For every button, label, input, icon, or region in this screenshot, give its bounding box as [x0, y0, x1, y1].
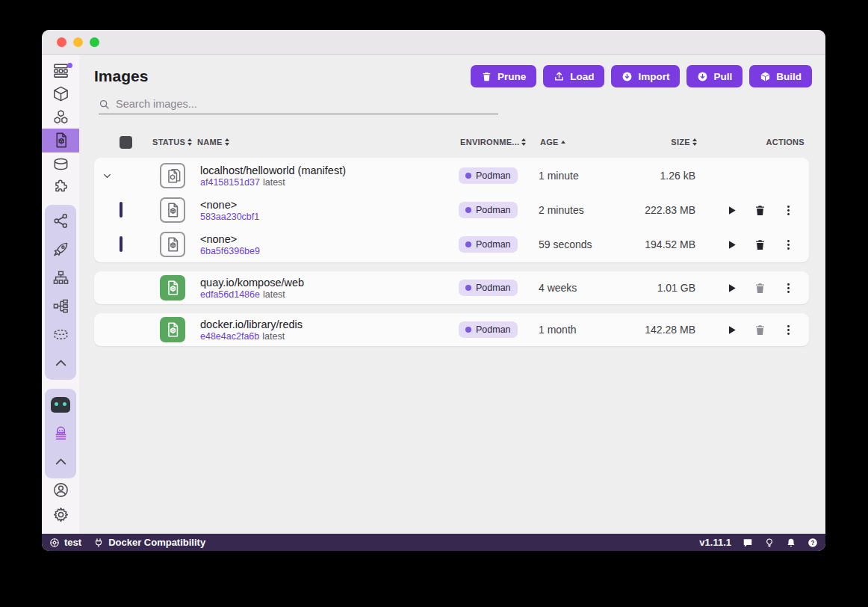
- table-row[interactable]: localhost/helloworld (manifest) af415815…: [94, 158, 809, 193]
- notifications-button[interactable]: [786, 537, 796, 548]
- image-age: 1 minute: [539, 170, 628, 182]
- delete-image-button-disabled[interactable]: [749, 319, 770, 340]
- sidebar-item-settings[interactable]: [42, 503, 79, 526]
- close-window-button[interactable]: [57, 37, 66, 47]
- tips-button[interactable]: [764, 537, 775, 548]
- image-id-link[interactable]: 6ba5f6396be9: [200, 246, 260, 256]
- prune-button[interactable]: Prune: [471, 65, 536, 87]
- image-id-link[interactable]: edfa56d1486e: [200, 289, 260, 300]
- sidebar-item-containers[interactable]: [42, 82, 79, 105]
- load-button-label: Load: [570, 71, 594, 82]
- run-image-button[interactable]: [721, 277, 742, 298]
- row-checkbox[interactable]: [120, 236, 123, 252]
- image-icon: [160, 197, 185, 223]
- environment-badge: Podman: [459, 280, 518, 296]
- sidebar-item-dashed-volume[interactable]: [45, 321, 76, 349]
- load-button[interactable]: Load: [543, 65, 604, 87]
- image-tag: latest: [263, 289, 285, 300]
- kube-context-indicator[interactable]: test: [49, 537, 81, 548]
- sidebar-item-rocket[interactable]: [45, 235, 76, 264]
- sidebar-group-2-collapse[interactable]: [45, 448, 76, 476]
- run-image-button[interactable]: [721, 234, 742, 255]
- sidebar-item-volumes[interactable]: [42, 152, 79, 176]
- run-image-button[interactable]: [721, 200, 742, 221]
- sidebar-item-ai-lab[interactable]: [45, 391, 76, 419]
- sidebar-item-dashboard[interactable]: [42, 59, 79, 82]
- delete-image-button[interactable]: [749, 234, 770, 255]
- images-page: Images Prune Load: [79, 55, 825, 534]
- image-name[interactable]: <none>: [200, 199, 459, 211]
- rocket-icon: [52, 241, 69, 258]
- zoom-window-button[interactable]: [90, 37, 99, 47]
- play-icon: [725, 204, 738, 217]
- more-actions-button[interactable]: [778, 234, 799, 255]
- image-name[interactable]: localhost/helloworld (manifest): [200, 164, 459, 176]
- environment-label: Podman: [476, 170, 511, 181]
- column-header-age[interactable]: AGE: [540, 138, 630, 147]
- more-actions-button[interactable]: [778, 200, 799, 221]
- sidebar-extension-group: [45, 205, 76, 380]
- environment-badge: Podman: [459, 167, 518, 184]
- extensions-puzzle-icon: [52, 179, 69, 196]
- image-name[interactable]: <none>: [200, 233, 459, 245]
- build-button[interactable]: Build: [749, 65, 812, 87]
- sidebar-item-share-network[interactable]: [45, 207, 76, 235]
- delete-image-button[interactable]: [749, 200, 770, 221]
- trash-icon: [754, 204, 766, 217]
- pods-icon: [52, 108, 69, 126]
- table-row[interactable]: quay.io/kompose/web edfa56d1486elatest P…: [94, 272, 809, 304]
- table-row[interactable]: docker.io/library/redis e48e4ac2fa6blate…: [94, 314, 809, 345]
- sidebar-item-pipeline[interactable]: [45, 292, 76, 321]
- circle-arrow-down-icon: [697, 71, 708, 82]
- sidebar-item-extensions[interactable]: [42, 176, 79, 199]
- age-header-label: AGE: [540, 138, 559, 147]
- table-row[interactable]: <none> 6ba5f6396be9 Podman 59 seconds 19…: [94, 227, 809, 262]
- select-all-checkbox[interactable]: [120, 136, 132, 149]
- sidebar-item-account[interactable]: [42, 478, 79, 502]
- more-actions-button[interactable]: [778, 277, 799, 298]
- more-actions-button[interactable]: [778, 319, 799, 340]
- import-button[interactable]: Import: [611, 65, 680, 87]
- sort-icon: [187, 138, 192, 146]
- sidebar-item-images[interactable]: [42, 129, 79, 152]
- delete-image-button-disabled[interactable]: [749, 277, 770, 298]
- image-id-link[interactable]: 583aa230cbf1: [200, 212, 259, 222]
- row-checkbox[interactable]: [120, 202, 123, 218]
- column-header-name[interactable]: NAME: [197, 138, 460, 147]
- minimize-window-button[interactable]: [73, 37, 83, 47]
- image-id-link[interactable]: af4158151d37: [200, 177, 260, 188]
- expand-toggle[interactable]: [94, 170, 120, 182]
- status-header-label: STATUS: [152, 138, 185, 147]
- images-icon: [52, 132, 69, 149]
- image-age: 2 minutes: [539, 204, 628, 216]
- search-input[interactable]: [116, 98, 498, 110]
- docker-compatibility-indicator[interactable]: Docker Compatibility: [93, 537, 205, 548]
- image-name[interactable]: quay.io/kompose/web: [200, 277, 459, 289]
- image-size: 1.01 GB: [628, 282, 695, 294]
- table-row[interactable]: <none> 583aa230cbf1 Podman 2 minutes 222…: [94, 193, 809, 227]
- sidebar-item-ghost-extension[interactable]: [45, 419, 76, 448]
- help-button[interactable]: ?: [807, 537, 818, 548]
- image-size: 1.26 kB: [628, 170, 695, 182]
- environment-badge: Podman: [459, 321, 518, 338]
- feedback-button[interactable]: [743, 537, 753, 548]
- column-header-environment[interactable]: ENVIRONME...: [460, 138, 540, 147]
- sidebar-item-org-chart[interactable]: [45, 264, 76, 292]
- manifest-image-icon: [160, 163, 185, 188]
- search-icon: [99, 99, 110, 110]
- dashed-cylinder-icon: [52, 326, 69, 343]
- sidebar-group-collapse[interactable]: [45, 349, 76, 378]
- lightbulb-icon: [764, 537, 775, 548]
- sidebar-item-pods[interactable]: [42, 105, 79, 129]
- titlebar: [42, 30, 825, 55]
- image-id-link[interactable]: e48e4ac2fa6b: [200, 331, 259, 342]
- run-image-button[interactable]: [721, 319, 742, 340]
- image-tag: latest: [262, 331, 285, 342]
- image-name[interactable]: docker.io/library/redis: [200, 318, 459, 330]
- column-header-size[interactable]: SIZE: [630, 138, 697, 147]
- build-button-label: Build: [776, 71, 802, 82]
- chevron-down-icon: [102, 170, 113, 182]
- column-header-status[interactable]: STATUS: [152, 138, 197, 147]
- image-size: 222.83 MB: [628, 204, 695, 216]
- pull-button[interactable]: Pull: [686, 65, 743, 87]
